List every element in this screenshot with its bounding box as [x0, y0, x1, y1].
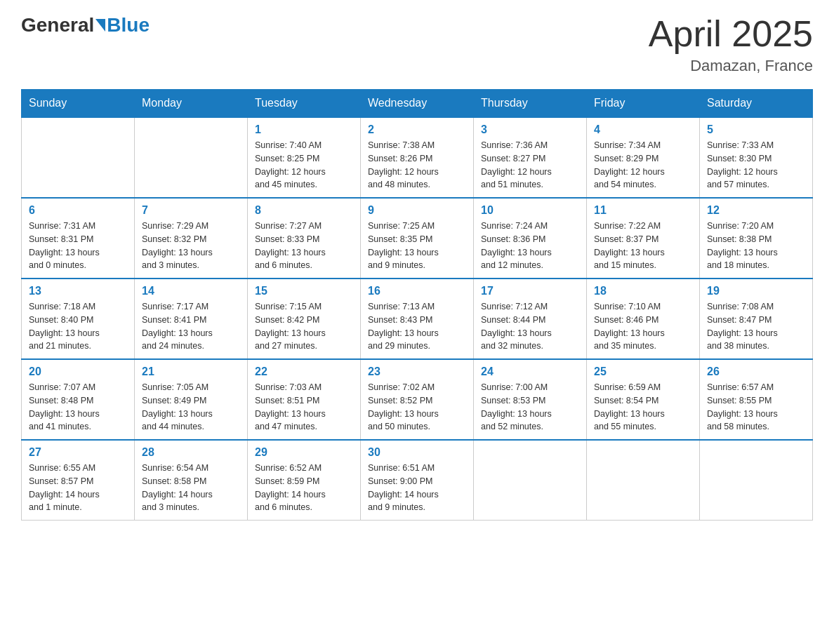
calendar-cell: [587, 440, 700, 521]
calendar-week-row: 1Sunrise: 7:40 AMSunset: 8:25 PMDaylight…: [22, 117, 813, 198]
day-info: Sunrise: 7:40 AMSunset: 8:25 PMDaylight:…: [255, 139, 353, 192]
day-number: 10: [481, 204, 579, 217]
logo-blue-text: Blue: [107, 14, 150, 36]
day-number: 30: [368, 446, 466, 459]
day-number: 2: [368, 123, 466, 136]
day-info: Sunrise: 6:55 AMSunset: 8:57 PMDaylight:…: [29, 462, 127, 514]
calendar-cell: 30Sunrise: 6:51 AMSunset: 9:00 PMDayligh…: [361, 440, 474, 521]
calendar-cell: 23Sunrise: 7:02 AMSunset: 8:52 PMDayligh…: [361, 359, 474, 440]
day-number: 14: [142, 285, 240, 297]
logo-general-text: General: [21, 14, 94, 36]
calendar-cell: 3Sunrise: 7:36 AMSunset: 8:27 PMDaylight…: [474, 117, 587, 198]
calendar-week-row: 20Sunrise: 7:07 AMSunset: 8:48 PMDayligh…: [22, 359, 813, 440]
day-info: Sunrise: 7:33 AMSunset: 8:30 PMDaylight:…: [707, 139, 805, 192]
calendar-cell: 8Sunrise: 7:27 AMSunset: 8:33 PMDaylight…: [248, 198, 361, 279]
day-number: 15: [255, 285, 353, 297]
calendar-cell: 16Sunrise: 7:13 AMSunset: 8:43 PMDayligh…: [361, 279, 474, 359]
calendar-cell: 20Sunrise: 7:07 AMSunset: 8:48 PMDayligh…: [22, 359, 135, 440]
month-year-title: April 2025: [649, 14, 813, 54]
day-number: 7: [142, 204, 240, 217]
day-number: 19: [707, 285, 805, 297]
day-number: 22: [255, 365, 353, 378]
calendar-week-row: 27Sunrise: 6:55 AMSunset: 8:57 PMDayligh…: [22, 440, 813, 521]
day-info: Sunrise: 7:27 AMSunset: 8:33 PMDaylight:…: [255, 220, 353, 272]
calendar-cell: 7Sunrise: 7:29 AMSunset: 8:32 PMDaylight…: [135, 198, 248, 279]
day-number: 23: [368, 365, 466, 378]
calendar-cell: 18Sunrise: 7:10 AMSunset: 8:46 PMDayligh…: [587, 279, 700, 359]
calendar-cell: 15Sunrise: 7:15 AMSunset: 8:42 PMDayligh…: [248, 279, 361, 359]
calendar-cell: 11Sunrise: 7:22 AMSunset: 8:37 PMDayligh…: [587, 198, 700, 279]
day-info: Sunrise: 7:18 AMSunset: 8:40 PMDaylight:…: [29, 300, 127, 353]
calendar-week-row: 6Sunrise: 7:31 AMSunset: 8:31 PMDaylight…: [22, 198, 813, 279]
calendar-cell: 1Sunrise: 7:40 AMSunset: 8:25 PMDaylight…: [248, 117, 361, 198]
calendar-cell: 13Sunrise: 7:18 AMSunset: 8:40 PMDayligh…: [22, 279, 135, 359]
calendar-cell: 6Sunrise: 7:31 AMSunset: 8:31 PMDaylight…: [22, 198, 135, 279]
day-number: 13: [29, 285, 127, 297]
calendar-cell: 9Sunrise: 7:25 AMSunset: 8:35 PMDaylight…: [361, 198, 474, 279]
day-number: 8: [255, 204, 353, 217]
day-info: Sunrise: 7:25 AMSunset: 8:35 PMDaylight:…: [368, 220, 466, 272]
day-number: 5: [707, 123, 805, 136]
calendar-cell: [22, 117, 135, 198]
calendar-cell: 25Sunrise: 6:59 AMSunset: 8:54 PMDayligh…: [587, 359, 700, 440]
calendar-cell: 2Sunrise: 7:38 AMSunset: 8:26 PMDaylight…: [361, 117, 474, 198]
day-info: Sunrise: 6:57 AMSunset: 8:55 PMDaylight:…: [707, 381, 805, 434]
day-number: 9: [368, 204, 466, 217]
logo-triangle-icon: [95, 19, 105, 32]
day-number: 20: [29, 365, 127, 378]
calendar-cell: 4Sunrise: 7:34 AMSunset: 8:29 PMDaylight…: [587, 117, 700, 198]
calendar-cell: 28Sunrise: 6:54 AMSunset: 8:58 PMDayligh…: [135, 440, 248, 521]
calendar-cell: 27Sunrise: 6:55 AMSunset: 8:57 PMDayligh…: [22, 440, 135, 521]
day-number: 11: [594, 204, 692, 217]
day-number: 28: [142, 446, 240, 459]
day-info: Sunrise: 7:17 AMSunset: 8:41 PMDaylight:…: [142, 300, 240, 353]
calendar-cell: [474, 440, 587, 521]
day-number: 26: [707, 365, 805, 378]
day-info: Sunrise: 7:03 AMSunset: 8:51 PMDaylight:…: [255, 381, 353, 434]
day-number: 3: [481, 123, 579, 136]
calendar-cell: 19Sunrise: 7:08 AMSunset: 8:47 PMDayligh…: [700, 279, 813, 359]
day-number: 12: [707, 204, 805, 217]
calendar-header-thursday: Thursday: [474, 90, 587, 118]
day-info: Sunrise: 6:52 AMSunset: 8:59 PMDaylight:…: [255, 462, 353, 514]
day-number: 6: [29, 204, 127, 217]
location-subtitle: Damazan, France: [649, 57, 813, 75]
calendar-header-sunday: Sunday: [22, 90, 135, 118]
day-info: Sunrise: 6:59 AMSunset: 8:54 PMDaylight:…: [594, 381, 692, 434]
day-info: Sunrise: 7:34 AMSunset: 8:29 PMDaylight:…: [594, 139, 692, 192]
day-info: Sunrise: 7:02 AMSunset: 8:52 PMDaylight:…: [368, 381, 466, 434]
calendar-cell: 22Sunrise: 7:03 AMSunset: 8:51 PMDayligh…: [248, 359, 361, 440]
day-number: 1: [255, 123, 353, 136]
day-info: Sunrise: 7:10 AMSunset: 8:46 PMDaylight:…: [594, 300, 692, 353]
day-info: Sunrise: 7:38 AMSunset: 8:26 PMDaylight:…: [368, 139, 466, 192]
calendar-cell: 14Sunrise: 7:17 AMSunset: 8:41 PMDayligh…: [135, 279, 248, 359]
calendar-table: SundayMondayTuesdayWednesdayThursdayFrid…: [21, 89, 813, 521]
calendar-header-row: SundayMondayTuesdayWednesdayThursdayFrid…: [22, 90, 813, 118]
day-number: 18: [594, 285, 692, 297]
day-info: Sunrise: 7:05 AMSunset: 8:49 PMDaylight:…: [142, 381, 240, 434]
calendar-cell: 29Sunrise: 6:52 AMSunset: 8:59 PMDayligh…: [248, 440, 361, 521]
day-info: Sunrise: 7:15 AMSunset: 8:42 PMDaylight:…: [255, 300, 353, 353]
day-info: Sunrise: 7:13 AMSunset: 8:43 PMDaylight:…: [368, 300, 466, 353]
day-info: Sunrise: 7:36 AMSunset: 8:27 PMDaylight:…: [481, 139, 579, 192]
title-area: April 2025 Damazan, France: [649, 14, 813, 75]
calendar-header-monday: Monday: [135, 90, 248, 118]
logo: General Blue: [21, 14, 150, 36]
day-info: Sunrise: 7:08 AMSunset: 8:47 PMDaylight:…: [707, 300, 805, 353]
page-header: General Blue April 2025 Damazan, France: [21, 14, 813, 75]
calendar-cell: [700, 440, 813, 521]
day-number: 24: [481, 365, 579, 378]
calendar-cell: 26Sunrise: 6:57 AMSunset: 8:55 PMDayligh…: [700, 359, 813, 440]
calendar-header-friday: Friday: [587, 90, 700, 118]
day-info: Sunrise: 7:20 AMSunset: 8:38 PMDaylight:…: [707, 220, 805, 272]
day-number: 16: [368, 285, 466, 297]
day-info: Sunrise: 6:51 AMSunset: 9:00 PMDaylight:…: [368, 462, 466, 514]
day-info: Sunrise: 7:00 AMSunset: 8:53 PMDaylight:…: [481, 381, 579, 434]
day-number: 4: [594, 123, 692, 136]
day-number: 17: [481, 285, 579, 297]
day-info: Sunrise: 6:54 AMSunset: 8:58 PMDaylight:…: [142, 462, 240, 514]
day-number: 25: [594, 365, 692, 378]
calendar-cell: [135, 117, 248, 198]
day-info: Sunrise: 7:22 AMSunset: 8:37 PMDaylight:…: [594, 220, 692, 272]
day-info: Sunrise: 7:24 AMSunset: 8:36 PMDaylight:…: [481, 220, 579, 272]
